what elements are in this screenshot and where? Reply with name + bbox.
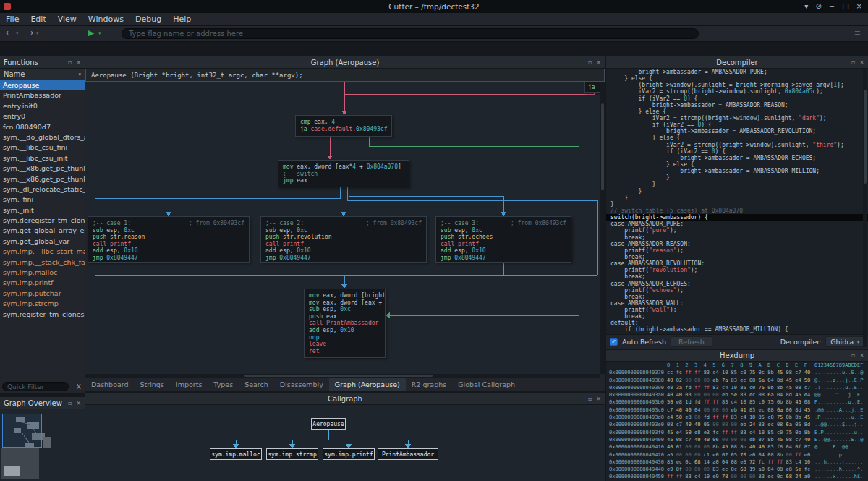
decompiler-line[interactable]: break; — [610, 234, 868, 241]
decompiler-selector[interactable]: Ghidra ▾ — [825, 336, 864, 347]
undock-icon[interactable]: ▫ — [588, 393, 592, 405]
debug-play-icon[interactable]: ▶ — [88, 28, 94, 38]
function-item[interactable]: sym.imp.strcmp — [0, 299, 85, 309]
close-icon[interactable]: × — [856, 0, 862, 13]
graph-canvas[interactable]: ja cmp eax, 4ja case.default.0x80493cf m… — [85, 82, 605, 378]
tab-dashboard[interactable]: Dashboard — [85, 378, 135, 391]
function-item[interactable]: entry.init0 — [0, 101, 85, 111]
maximize-icon[interactable]: □ — [842, 0, 848, 13]
decompiler-line[interactable]: printf("revolution"); — [610, 267, 868, 273]
decompiler-line[interactable]: } — [610, 181, 868, 187]
back-caret-icon[interactable]: ▾ — [16, 30, 19, 36]
function-item[interactable]: sym.__x86.get_pc_thunk.bx — [0, 174, 85, 184]
hexdump-row[interactable]: 0x00000000080493b050 e8 1d fd ff ff 83 c… — [609, 399, 868, 406]
function-item[interactable]: sym.register_tm_clones — [0, 310, 85, 320]
callgraph-canvas[interactable]: Aeropause sym.imp.mallocsym.imp.strcmpsy… — [85, 405, 605, 481]
decompiler-line[interactable]: bright->ambassador = AMBASSADOR_ECHOES; — [610, 155, 868, 161]
decompiler-line[interactable]: printf("echoes"); — [610, 287, 868, 294]
function-item[interactable]: sym.deregister_tm_clones — [0, 216, 85, 226]
tab-imports[interactable]: Imports — [170, 378, 208, 391]
function-item[interactable]: sym.imp.__libc_start_main — [0, 247, 85, 257]
function-item[interactable]: sym.get_global_var — [0, 237, 85, 247]
menu-edit[interactable]: Edit — [25, 14, 51, 24]
hexdump-row[interactable]: 0x00000000080493d0e4 50 e8 00 fd ff ff 8… — [609, 414, 868, 421]
decompiler-line[interactable]: case AMBASSADOR_PURE: — [610, 221, 868, 227]
callgraph-node[interactable]: sym.imp.strcmp — [266, 448, 318, 460]
graph-block-switch[interactable]: mov eax, dword [eax*4 + 0x804a070];-- sw… — [278, 160, 409, 187]
function-item[interactable]: sym.imp.putchar — [0, 289, 85, 299]
callgraph-node[interactable]: PrintAmbassador — [378, 448, 438, 460]
forward-icon[interactable]: → — [26, 27, 33, 38]
tab-r2-graphs[interactable]: R2 graphs — [406, 378, 452, 391]
hexdump-row[interactable]: 0x0000000008049390e8 3a fd ff ff 83 c4 1… — [609, 384, 868, 391]
hexdump-row[interactable]: 0x0000000008049370cc fc ff ff 83 c4 10 8… — [609, 369, 868, 376]
menu-file[interactable]: File — [0, 14, 25, 24]
tasks-icon[interactable]: ≡ — [854, 28, 861, 38]
hexdump-row[interactable]: 0x000000000804940045 08 c7 40 40 06 00 0… — [609, 436, 868, 443]
decompiler-line[interactable]: if (iVar2 == 0) { — [610, 122, 868, 128]
decompiler-scrollbar[interactable] — [863, 69, 867, 347]
function-item[interactable]: Aeropause — [0, 80, 85, 90]
decompiler-line[interactable]: case AMBASSADOR_REVOLUTION: — [610, 260, 868, 267]
decompiler-line[interactable]: if (iVar2 == 0) { — [610, 148, 868, 155]
undock-icon[interactable]: ▫ — [851, 349, 855, 362]
decompiler-line[interactable]: break; — [610, 254, 868, 260]
flag-address-input[interactable] — [122, 28, 699, 39]
function-item[interactable]: PrintAmbassador — [0, 90, 85, 101]
function-item[interactable]: entry0 — [0, 111, 85, 122]
tab-search[interactable]: Search — [239, 378, 274, 391]
decompiler-line[interactable]: } else { — [610, 161, 868, 168]
decompiler-line[interactable]: iVar2 = strcmp((bright->window).sunlight… — [610, 88, 868, 95]
hexdump-row[interactable]: 0x000000000804938040 02 00 00 00 eb 7a 8… — [609, 377, 868, 384]
decompiler-line[interactable]: // switch table (5 cases) at 0x804a070 — [610, 208, 868, 214]
undock-icon[interactable]: ▫ — [68, 56, 72, 69]
decompiler-line[interactable]: default: — [610, 320, 868, 326]
function-item[interactable]: sym.get_global_array_entry — [0, 226, 85, 236]
function-item[interactable]: sym._fini — [0, 195, 85, 205]
function-item[interactable]: sym.imp.malloc — [0, 268, 85, 278]
forward-caret-icon[interactable]: ▾ — [36, 30, 39, 36]
function-item[interactable]: fcn.080490d7 — [0, 122, 85, 132]
graph-block-case3[interactable]: ;-- case 3:; from 0x80493cfsub esp, 0xcp… — [435, 216, 571, 263]
decompiler-line[interactable]: iVar2 = strcmp((bright->window).sunlight… — [610, 142, 868, 148]
close-icon[interactable]: × — [596, 393, 601, 405]
back-icon[interactable]: ← — [6, 27, 13, 38]
chevron-down-icon[interactable]: ▾ — [804, 0, 808, 13]
close-icon[interactable]: × — [859, 349, 864, 362]
tab-types[interactable]: Types — [208, 378, 239, 391]
decompiler-line[interactable]: } else { — [610, 108, 868, 115]
functions-sort-select[interactable]: Name ▾ — [0, 69, 85, 80]
graph-vertical-scrollbar[interactable] — [600, 82, 605, 374]
minimize-icon[interactable]: − — [829, 0, 835, 13]
graph-block-exit[interactable]: mov eax, dword [bright]mov eax, dword [e… — [304, 289, 386, 358]
graph-overview-canvas[interactable] — [0, 409, 85, 481]
close-icon[interactable]: × — [596, 56, 601, 69]
decompiler-line[interactable]: bright->ambassador = AMBASSADOR_REVOLUTI… — [610, 128, 868, 135]
decompiler-line[interactable]: switch(bright->ambassador) { — [606, 214, 868, 221]
function-item[interactable]: sym.__x86.get_pc_thunk.bp — [0, 163, 85, 174]
function-item[interactable]: sym.__libc_csu_fini — [0, 142, 85, 153]
decompiler-line[interactable]: } else { — [610, 75, 868, 82]
quick-filter-clear-button[interactable]: X — [77, 383, 82, 391]
decompiler-line[interactable]: if (iVar2 == 0) { — [610, 95, 868, 102]
decompiler-line[interactable]: (bright->window).sunlight = bright->morn… — [610, 82, 868, 88]
decompiler-line[interactable]: } — [610, 195, 868, 201]
hexdump-row[interactable]: 0x0000000008049450ff ff 83 c4 10 e9 78 0… — [609, 473, 868, 480]
decompiler-line[interactable]: if (bright->ambassador == AMBASSADOR_MIL… — [610, 326, 868, 333]
function-item[interactable]: sym.__do_global_dtors_aux — [0, 132, 85, 142]
decompiler-line[interactable]: printf("reason"); — [610, 247, 868, 254]
hexdump-row[interactable]: 0x0000000008049440e9 8f 00 00 00 83 ec 0… — [609, 466, 868, 473]
close-icon[interactable]: × — [76, 397, 81, 409]
menu-windows[interactable]: Windows — [82, 14, 129, 24]
hexdump-row[interactable]: 0x00000000080493a040 40 03 00 00 00 eb 5… — [609, 391, 868, 399]
decompiler-line[interactable]: break; — [610, 273, 868, 280]
menu-view[interactable]: View — [52, 14, 82, 24]
decompiler-line[interactable]: } — [610, 188, 868, 195]
hexdump-row[interactable]: 0x0000000008049420a5 00 00 00 c1 e0 02 0… — [609, 451, 868, 459]
decompiler-line[interactable]: break; — [610, 294, 868, 300]
close-icon[interactable]: × — [859, 56, 864, 69]
debug-caret-icon[interactable]: ▾ — [98, 30, 101, 36]
hexdump-row[interactable]: 0x00000000080493f045 e4 50 e8 e3 fc ff f… — [609, 429, 868, 436]
hexdump-row[interactable]: 0x00000000080493e008 c7 40 40 05 00 00 0… — [609, 421, 868, 428]
quick-filter-input[interactable] — [2, 382, 69, 391]
